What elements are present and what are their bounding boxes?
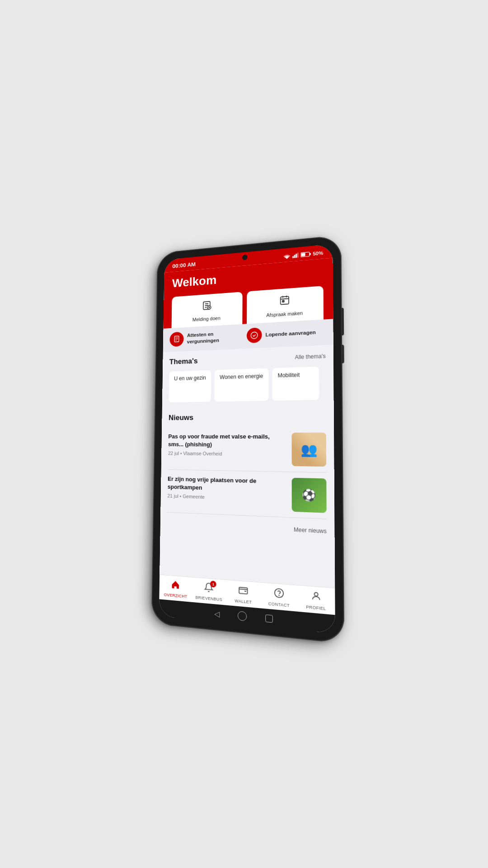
nav-wallet[interactable]: WALLET — [226, 580, 261, 609]
phone-wrapper: 00:00 AM — [149, 240, 339, 628]
home-button[interactable] — [238, 611, 247, 621]
melding-icon — [202, 300, 212, 314]
lopende-label: Lopende aanvragen — [266, 329, 316, 339]
nav-contact-label: CONTACT — [268, 601, 290, 608]
nav-brievenbus-label: BRIEVENBUS — [195, 595, 222, 602]
lopende-link[interactable]: Lopende aanvragen — [247, 324, 326, 344]
svg-rect-3 — [297, 252, 299, 257]
phishing-image — [292, 433, 327, 467]
news-text-phishing: Pas op voor fraude met valse e-mails, sm… — [168, 433, 286, 457]
lopende-icon — [247, 328, 262, 344]
phone-screen: 00:00 AM — [159, 244, 335, 634]
action-card-melding[interactable]: Melding doen — [172, 292, 243, 328]
news-meta-sport: 21 jul • Gemeente — [167, 493, 286, 502]
bell-icon: 1 — [204, 582, 214, 595]
svg-rect-0 — [292, 256, 294, 258]
theme-card-gezin[interactable]: U en uw gezin — [169, 370, 211, 402]
nav-overzicht-label: OVERZICHT — [164, 592, 188, 599]
brievenbus-badge: 1 — [210, 580, 216, 587]
nav-brievenbus[interactable]: 1 BRIEVENBUS — [192, 577, 226, 605]
phone-device: 00:00 AM — [151, 235, 344, 644]
action-card-melding-label: Melding doen — [192, 315, 221, 323]
person-icon — [310, 590, 321, 604]
action-card-afspraak[interactable]: Afspraak maken — [247, 286, 324, 324]
signal-icon — [292, 252, 299, 258]
action-card-afspraak-label: Afspraak maken — [266, 310, 303, 318]
theme-cards-list: U en uw gezin Wonen en energie Mobilitei… — [169, 367, 326, 405]
svg-point-25 — [279, 595, 279, 595]
svg-point-26 — [314, 592, 318, 596]
news-title-phishing: Pas op voor fraude met valse e-mails, sm… — [168, 433, 286, 449]
attesten-label: Attesten en vergunningen — [187, 330, 243, 345]
scroll-content: Attesten en vergunningen Lopende aanvrag… — [160, 319, 335, 588]
nav-profiel[interactable]: PROFIEL — [297, 585, 335, 615]
news-item-sport[interactable]: Er zijn nog vrije plaatsen voor de sport… — [167, 470, 327, 519]
news-item-phishing[interactable]: Pas op voor fraude met valse e-mails, sm… — [168, 427, 326, 473]
themes-title: Thema's — [169, 357, 198, 366]
status-time: 00:00 AM — [172, 261, 196, 269]
svg-rect-1 — [294, 255, 296, 258]
news-section: Nieuws Pas op voor fraude met valse e-ma… — [160, 406, 334, 524]
attesten-link[interactable]: Attesten en vergunningen — [169, 329, 242, 347]
news-title: Nieuws — [169, 414, 193, 423]
theme-card-mobiliteit[interactable]: Mobiliteit — [272, 367, 319, 401]
news-header: Nieuws — [169, 412, 326, 422]
themes-header: Thema's Alle thema's — [169, 352, 326, 367]
status-icons: 50% — [283, 250, 323, 259]
afspraak-icon — [279, 294, 290, 308]
svg-rect-23 — [239, 587, 248, 594]
svg-rect-5 — [310, 253, 310, 255]
home-icon — [171, 580, 180, 593]
wallet-icon — [238, 585, 248, 598]
svg-line-15 — [280, 299, 288, 299]
nav-overzicht[interactable]: OVERZICHT — [159, 575, 192, 602]
news-text-sport: Er zijn nog vrije plaatsen voor de sport… — [167, 475, 286, 502]
sport-image — [292, 478, 327, 513]
news-img-sport — [292, 478, 327, 513]
svg-rect-6 — [301, 253, 305, 256]
battery-percent: 50% — [313, 250, 323, 256]
all-themes-link[interactable]: Alle thema's — [295, 353, 326, 361]
news-meta-phishing: 22 jul • Vlaamse Overheid — [168, 450, 286, 457]
battery-icon — [300, 251, 311, 257]
theme-card-wonen[interactable]: Wonen en energie — [214, 368, 268, 402]
nav-wallet-label: WALLET — [235, 599, 252, 605]
recents-button[interactable] — [265, 614, 273, 623]
nav-profiel-label: PROFIEL — [306, 604, 326, 611]
svg-line-9 — [205, 306, 208, 306]
news-img-phishing — [292, 433, 327, 467]
nav-contact[interactable]: CONTACT — [261, 583, 297, 612]
back-button[interactable]: ◁ — [214, 609, 220, 618]
wifi-icon — [283, 253, 291, 259]
svg-rect-2 — [296, 254, 297, 258]
news-title-sport: Er zijn nog vrije plaatsen voor de sport… — [168, 475, 286, 495]
attesten-icon — [169, 332, 183, 347]
themes-section: Thema's Alle thema's U en uw gezin Wonen… — [162, 345, 334, 408]
svg-line-8 — [205, 304, 208, 304]
svg-rect-18 — [282, 300, 284, 302]
svg-rect-14 — [280, 297, 288, 305]
question-icon — [274, 587, 284, 601]
